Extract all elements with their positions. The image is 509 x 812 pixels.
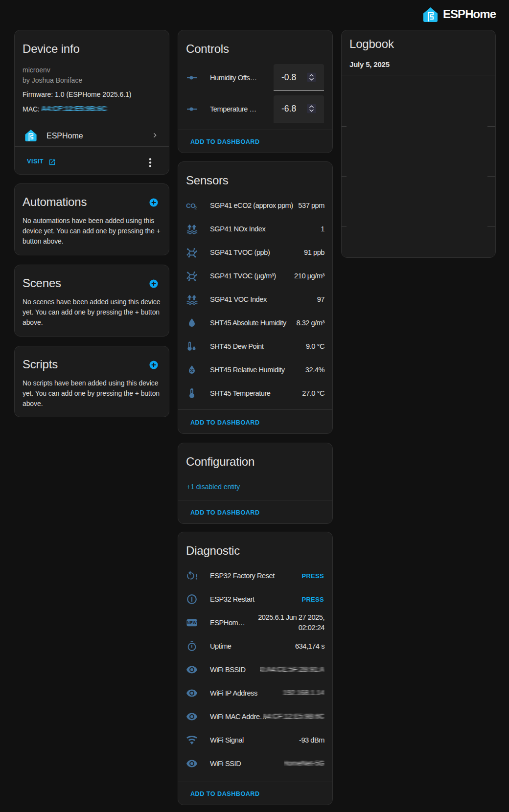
- svg-text:NEW: NEW: [187, 621, 197, 625]
- svg-text:40:A4:CE:5F:2B:91:A: 40:A4:CE:5F:2B:91:A: [260, 665, 324, 673]
- svg-text:A4:CF:12:E5:9B:6C: A4:CF:12:E5:9B:6C: [263, 712, 324, 720]
- svg-text:HomeNet-5G: HomeNet-5G: [284, 759, 324, 767]
- svg-text:192.168.1.14: 192.168.1.14: [283, 689, 324, 697]
- svg-text:A4:CF:12:E5:9B:6C: A4:CF:12:E5:9B:6C: [41, 104, 107, 113]
- svg-text:2: 2: [194, 205, 197, 210]
